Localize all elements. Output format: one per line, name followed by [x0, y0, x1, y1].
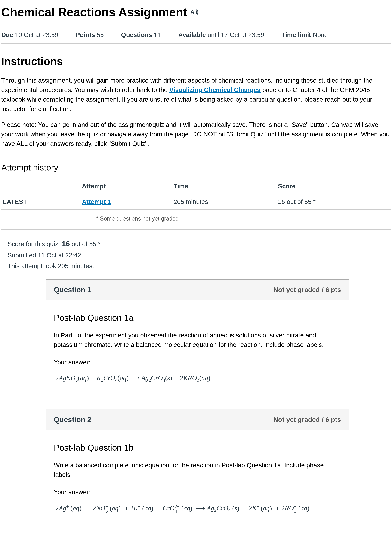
question-2-header: Question 2 Not yet graded / 6 pts [46, 409, 349, 430]
instructions-paragraph-1: Through this assignment, you will gain m… [1, 76, 391, 114]
instructions-paragraph-2: Please note: You can go in and out of th… [1, 120, 391, 148]
question-1-your-answer-label: Your answer: [54, 358, 341, 367]
question-1-subtitle: Post-lab Question 1a [54, 311, 341, 324]
question-2-subtitle: Post-lab Question 1b [54, 441, 341, 454]
question-1-number: Question 1 [54, 284, 91, 295]
question-2-number: Question 2 [54, 414, 91, 425]
attempt-time: 205 minutes [172, 194, 276, 210]
question-2-text: Write a balanced complete ionic equation… [54, 460, 341, 479]
question-2-your-answer-label: Your answer: [54, 487, 341, 497]
question-1-text: In Part I of the experiment you observed… [54, 330, 341, 350]
table-header-blank [1, 179, 80, 194]
question-2-body: Post-lab Question 1b Write a balanced co… [46, 430, 349, 523]
attempt-score: 16 out of 55 * [276, 194, 391, 210]
question-1-card: Question 1 Not yet graded / 6 pts Post-l… [46, 279, 349, 393]
meta-questions: Questions 11 [121, 30, 161, 40]
question-2-card: Question 2 Not yet graded / 6 pts Post-l… [46, 409, 349, 524]
attempt-1-link[interactable]: Attempt 1 [82, 198, 111, 205]
page-title-text: Chemical Reactions Assignment [1, 3, 187, 21]
latest-label: LATEST [1, 194, 80, 210]
page-title: Chemical Reactions Assignment A [1, 3, 391, 21]
question-2-answer: 2Ag+ (aq) + 2NO−3 (aq) + 2K+ (aq) + CrO2… [54, 502, 311, 515]
meta-available: Available until 17 Oct at 23:59 [178, 30, 264, 40]
table-header-score: Score [276, 179, 391, 194]
svg-text:A: A [190, 9, 194, 15]
grading-footnote: * Some questions not yet graded [96, 214, 391, 223]
question-1-answer: 2AgNO3(aq) + K2CrO4(aq) ⟶ Ag2CrO4(s) + 2… [54, 372, 212, 385]
instructions-heading: Instructions [1, 53, 391, 69]
question-1-body: Post-lab Question 1a In Part I of the ex… [46, 300, 349, 393]
attempt-history-heading: Attempt history [1, 161, 391, 174]
question-1-pts: Not yet graded / 6 pts [273, 285, 341, 295]
question-2-pts: Not yet graded / 6 pts [273, 415, 341, 425]
table-header-time: Time [172, 179, 276, 194]
instructions-body: Through this assignment, you will gain m… [1, 76, 391, 148]
meta-points: Points 55 [76, 30, 104, 40]
visualizing-chemical-changes-link[interactable]: Visualizing Chemical Changes [169, 86, 261, 93]
meta-timelimit: Time limit None [282, 30, 328, 40]
score-line-2: Submitted 11 Oct at 22:42 [7, 250, 391, 261]
metadata-bar: Due 10 Oct at 23:59 Points 55 Questions … [1, 26, 391, 44]
question-1-header: Question 1 Not yet graded / 6 pts [46, 280, 349, 300]
immersive-reader-icon[interactable]: A [190, 8, 200, 16]
attempt-history-table: Attempt Time Score LATEST Attempt 1 205 … [1, 179, 391, 210]
score-line-3: This attempt took 205 minutes. [7, 261, 391, 271]
table-row: LATEST Attempt 1 205 minutes 16 out of 5… [1, 194, 391, 210]
meta-due: Due 10 Oct at 23:59 [1, 30, 58, 40]
table-header-attempt: Attempt [80, 179, 172, 194]
score-block: Score for this quiz: 16 out of 55 * Subm… [7, 237, 391, 271]
score-line-1: Score for this quiz: 16 out of 55 * [7, 237, 391, 250]
divider [1, 229, 391, 230]
